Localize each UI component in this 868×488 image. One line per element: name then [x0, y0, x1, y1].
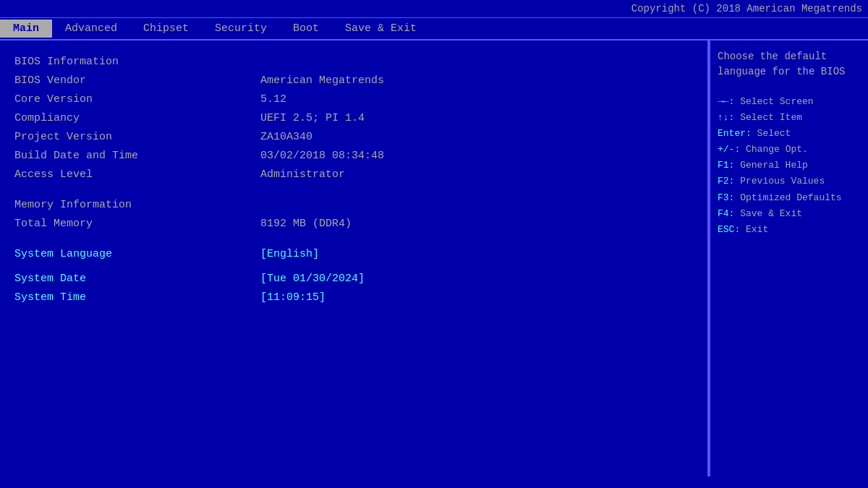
menu-item-security[interactable]: Security [202, 20, 280, 38]
project-version-value: ZA10A340 [260, 129, 312, 146]
bios-info-label: BIOS Information [14, 53, 260, 71]
system-date-value: [Tue 01/30/2024] [260, 270, 365, 288]
access-level-row: Access Level Administrator [14, 166, 693, 184]
compliancy-row: Compliancy UEFI 2.5; PI 1.4 [14, 110, 693, 127]
core-version-label: Core Version [14, 91, 260, 108]
key-hint-f2: F2: Previous Values [718, 174, 861, 189]
build-date-row: Build Date and Time 03/02/2018 08:34:48 [14, 147, 693, 165]
bios-info-header-row: BIOS Information [14, 53, 693, 71]
system-time-label: System Time [14, 289, 260, 307]
system-section: System Language [English] System Date [T… [14, 246, 693, 307]
help-text: Choose the default language for the BIOS [718, 49, 861, 80]
main-content: BIOS Information BIOS Vendor American Me… [0, 40, 868, 476]
project-version-label: Project Version [14, 129, 260, 146]
total-memory-row: Total Memory 8192 MB (DDR4) [14, 215, 693, 233]
bios-info-section: BIOS Information BIOS Vendor American Me… [14, 53, 693, 184]
bios-vendor-value: American Megatrends [260, 72, 384, 90]
copyright-text: Copyright (C) 2018 American Megatrends [631, 3, 862, 14]
key-hint-plusminus: +/-: Change Opt. [718, 142, 861, 158]
right-panel: Choose the default language for the BIOS… [709, 40, 868, 476]
bios-screen: Copyright (C) 2018 American Megatrends M… [0, 0, 868, 488]
memory-info-header-row: Memory Information [14, 197, 693, 214]
project-version-row: Project Version ZA10A340 [14, 129, 693, 146]
key-hint-f4: F4: Save & Exit [718, 206, 861, 222]
system-language-row[interactable]: System Language [English] [14, 246, 693, 263]
top-bar: Copyright (C) 2018 American Megatrends [0, 0, 868, 18]
system-time-value: [11:09:15] [260, 289, 326, 307]
compliancy-label: Compliancy [14, 110, 260, 127]
key-hint-f3: F3: Optimized Defaults [718, 190, 861, 206]
memory-info-label: Memory Information [14, 197, 260, 214]
key-hints: →←: Select Screen ↑↓: Select Item Enter:… [718, 94, 861, 238]
key-hint-ud: ↑↓: Select Item [718, 110, 861, 126]
menu-item-advanced[interactable]: Advanced [52, 20, 130, 38]
bios-vendor-label: BIOS Vendor [14, 72, 260, 90]
system-language-value: [English] [260, 246, 319, 263]
build-date-label: Build Date and Time [14, 147, 260, 165]
core-version-row: Core Version 5.12 [14, 91, 693, 108]
menu-bar: Main Advanced Chipset Security Boot Save… [0, 18, 868, 40]
total-memory-label: Total Memory [14, 215, 260, 233]
compliancy-value: UEFI 2.5; PI 1.4 [260, 110, 365, 127]
key-hint-enter: Enter: Select [718, 126, 861, 142]
memory-info-section: Memory Information Total Memory 8192 MB … [14, 197, 693, 233]
core-version-value: 5.12 [260, 91, 286, 108]
access-level-label: Access Level [14, 166, 260, 184]
key-hint-esc: ESC: Exit [718, 222, 861, 238]
menu-item-chipset[interactable]: Chipset [130, 20, 202, 38]
system-date-row[interactable]: System Date [Tue 01/30/2024] [14, 270, 693, 288]
menu-item-main[interactable]: Main [0, 20, 52, 38]
key-hint-f1: F1: General Help [718, 158, 861, 174]
total-memory-value: 8192 MB (DDR4) [260, 215, 352, 233]
bios-vendor-row: BIOS Vendor American Megatrends [14, 72, 693, 90]
build-date-value: 03/02/2018 08:34:48 [260, 147, 384, 165]
system-date-label: System Date [14, 270, 260, 288]
system-language-label: System Language [14, 246, 260, 263]
access-level-value: Administrator [260, 166, 345, 184]
left-panel: BIOS Information BIOS Vendor American Me… [0, 40, 709, 476]
menu-item-boot[interactable]: Boot [280, 20, 332, 38]
menu-item-save-exit[interactable]: Save & Exit [332, 20, 430, 38]
key-hint-lr: →←: Select Screen [718, 94, 861, 110]
system-time-row[interactable]: System Time [11:09:15] [14, 289, 693, 307]
